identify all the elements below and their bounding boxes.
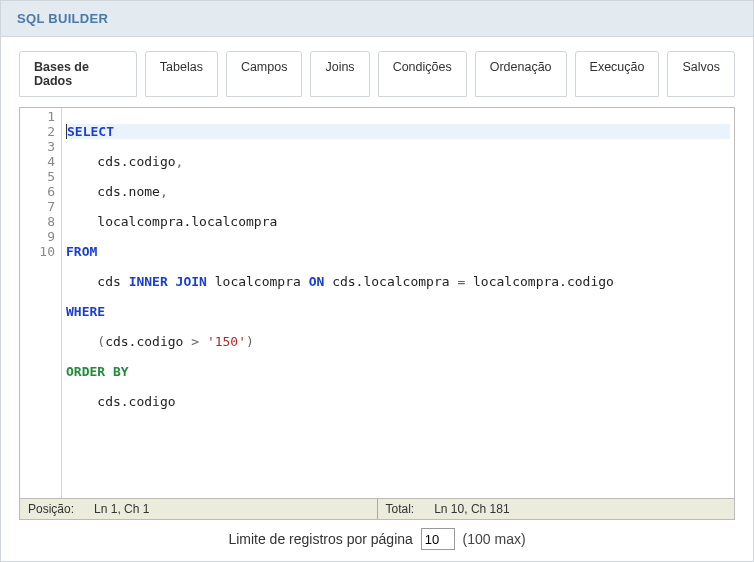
- code-area[interactable]: SELECT cds.codigo, cds.nome, localcompra…: [62, 108, 734, 498]
- code-line: cds INNER JOIN localcompra ON cds.localc…: [66, 274, 730, 289]
- tab-tabelas[interactable]: Tabelas: [145, 51, 218, 97]
- space: [168, 274, 176, 289]
- code-line: ORDER BY: [66, 364, 730, 379]
- sql-text: localcompra: [207, 274, 309, 289]
- line-number: 10: [22, 244, 55, 259]
- limit-hint: (100 max): [463, 531, 526, 547]
- editor-body: 1 2 3 4 5 6 7 8 9 10 SELECT cds.codigo, …: [20, 108, 734, 498]
- indent: [66, 214, 97, 229]
- status-value: Ln 1, Ch 1: [94, 502, 149, 516]
- space: [105, 364, 113, 379]
- tab-label: Campos: [241, 60, 288, 74]
- tab-bar: Bases de Dados Tabelas Campos Joins Cond…: [19, 51, 735, 97]
- sql-text: localcompra.localcompra: [97, 214, 277, 229]
- space: [199, 334, 207, 349]
- records-limit-row: Limite de registros por página (100 max): [19, 528, 735, 550]
- tab-condicoes[interactable]: Condições: [378, 51, 467, 97]
- code-line: cds.codigo: [66, 394, 730, 409]
- tab-salvos[interactable]: Salvos: [667, 51, 735, 97]
- code-line: cds.nome,: [66, 184, 730, 199]
- sql-keyword: SELECT: [67, 124, 114, 139]
- status-position: Posição: Ln 1, Ch 1: [20, 499, 378, 519]
- sql-text: cds.codigo: [97, 394, 175, 409]
- sql-keyword: JOIN: [176, 274, 207, 289]
- sql-keyword: WHERE: [66, 304, 105, 319]
- code-line: cds.codigo,: [66, 154, 730, 169]
- tab-ordenacao[interactable]: Ordenação: [475, 51, 567, 97]
- tab-joins[interactable]: Joins: [310, 51, 369, 97]
- code-line: FROM: [66, 244, 730, 259]
- sql-keyword: BY: [113, 364, 129, 379]
- line-number: 4: [22, 154, 55, 169]
- tab-label: Tabelas: [160, 60, 203, 74]
- indent: [66, 184, 97, 199]
- sql-text: cds.codigo: [97, 154, 175, 169]
- sql-keyword: INNER: [129, 274, 168, 289]
- sql-punct: (: [97, 334, 105, 349]
- status-label: Posição:: [28, 502, 74, 516]
- tab-label: Execução: [590, 60, 645, 74]
- sql-punct: ): [246, 334, 254, 349]
- sql-text: localcompra.codigo: [465, 274, 614, 289]
- tab-label: Salvos: [682, 60, 720, 74]
- tab-campos[interactable]: Campos: [226, 51, 303, 97]
- editor-status-bar: Posição: Ln 1, Ch 1 Total: Ln 10, Ch 181: [20, 498, 734, 519]
- code-line: localcompra.localcompra: [66, 214, 730, 229]
- page-title: SQL BUILDER: [17, 11, 737, 26]
- sql-keyword: ORDER: [66, 364, 105, 379]
- tab-label: Ordenação: [490, 60, 552, 74]
- tab-execucao[interactable]: Execução: [575, 51, 660, 97]
- sql-text: cds.codigo: [105, 334, 191, 349]
- line-number: 2: [22, 124, 55, 139]
- tab-label: Bases de Dados: [34, 60, 89, 88]
- sql-punct: ,: [176, 154, 184, 169]
- line-number: 6: [22, 184, 55, 199]
- sql-text: cds.localcompra: [324, 274, 457, 289]
- tab-label: Joins: [325, 60, 354, 74]
- records-limit-input[interactable]: [421, 528, 455, 550]
- status-value: Ln 10, Ch 181: [434, 502, 509, 516]
- code-line: (cds.codigo > '150'): [66, 334, 730, 349]
- code-line: WHERE: [66, 304, 730, 319]
- sql-text: cds.nome: [97, 184, 160, 199]
- line-number: 3: [22, 139, 55, 154]
- sql-keyword: ON: [309, 274, 325, 289]
- sql-keyword: FROM: [66, 244, 97, 259]
- line-number: 5: [22, 169, 55, 184]
- sql-editor[interactable]: 1 2 3 4 5 6 7 8 9 10 SELECT cds.codigo, …: [19, 107, 735, 520]
- tab-bases-de-dados[interactable]: Bases de Dados: [19, 51, 137, 97]
- sql-text: cds: [97, 274, 128, 289]
- limit-label: Limite de registros por página: [228, 531, 412, 547]
- line-number: 7: [22, 199, 55, 214]
- content-area: Bases de Dados Tabelas Campos Joins Cond…: [1, 37, 753, 562]
- indent: [66, 394, 97, 409]
- line-number: 9: [22, 229, 55, 244]
- line-number: 1: [22, 109, 55, 124]
- line-gutter: 1 2 3 4 5 6 7 8 9 10: [20, 108, 62, 498]
- indent: [66, 154, 97, 169]
- line-number: 8: [22, 214, 55, 229]
- header: SQL BUILDER: [1, 1, 753, 37]
- status-total: Total: Ln 10, Ch 181: [378, 499, 735, 519]
- sql-punct: >: [191, 334, 199, 349]
- indent: [66, 334, 97, 349]
- sql-string: '150': [207, 334, 246, 349]
- indent: [66, 274, 97, 289]
- app-root: SQL BUILDER Bases de Dados Tabelas Campo…: [0, 0, 754, 562]
- tab-label: Condições: [393, 60, 452, 74]
- code-line: SELECT: [66, 124, 730, 139]
- status-label: Total:: [386, 502, 415, 516]
- sql-punct: ,: [160, 184, 168, 199]
